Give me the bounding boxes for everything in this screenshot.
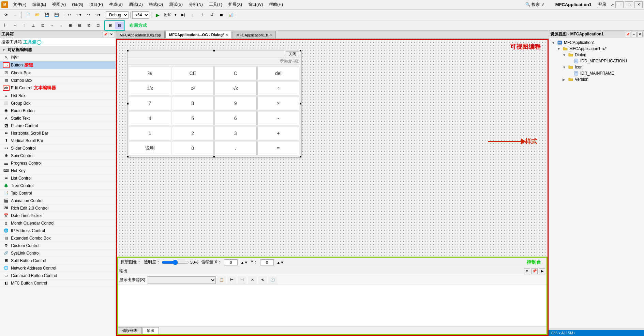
calc-btn-0[interactable]: 0 [172,141,214,155]
handle-br[interactable] [300,156,301,157]
toolbox-pin-button[interactable]: 📌 [103,32,108,37]
attach-button[interactable]: 附加... ▾ [163,11,178,19]
save-button[interactable]: 💾 [43,11,51,19]
toolbox-item-vscrollbar[interactable]: ⬍ Vertical Scroll Bar [0,137,116,144]
calc-btn-del[interactable]: del [257,66,300,80]
calc-btn-8[interactable]: 8 [172,96,214,110]
maximize-button[interactable]: □ [625,1,633,8]
step-into-button[interactable]: ↓ [188,11,197,19]
login-label[interactable]: 登录 [598,2,606,7]
source-copy-button[interactable]: 📋 [217,276,226,284]
toolbox-item-progress[interactable]: ▬ Progress Control [0,159,116,167]
open-button[interactable]: 📂 [33,11,42,19]
arch-select[interactable]: x64 [132,11,149,19]
minimize-button[interactable]: ─ [615,1,624,8]
offset-y-input[interactable] [260,259,274,265]
dialog-editor[interactable]: 可视图编程 关闭 示例编辑框 [117,40,548,257]
close-button[interactable]: ✕ [634,1,643,8]
menu-debug[interactable]: 调试(D) [126,1,146,8]
menu-format[interactable]: 格式(O) [146,1,166,8]
tab-header-close[interactable]: ✕ [269,33,272,37]
calc-btn-1x[interactable]: 1/x [129,81,171,95]
offset-x-input[interactable] [224,259,238,265]
toolbox-item-combobox[interactable]: ▤ Combo Box [0,77,116,84]
calc-btn-ce[interactable]: CE [172,66,214,80]
toolbox-item-radiobutton[interactable]: ◉ Radio Button [0,107,116,114]
calc-btn-plus[interactable]: + [257,126,300,140]
calc-btn-3[interactable]: 3 [214,126,257,140]
source-time-button[interactable]: 🕐 [268,276,277,284]
source-align-button[interactable]: ⊢ [227,276,236,284]
stop-button[interactable]: ⏹ [217,11,226,19]
toolbox-item-richedit[interactable]: 20 Rich Edit 2.0 Control [0,204,116,212]
toolbox-item-networkaddress[interactable]: 🌐 Network Address Control [0,264,116,272]
calc-btn-x2[interactable]: x² [172,81,214,95]
calc-btn-percent[interactable]: % [129,66,171,80]
output-dropdown-button[interactable]: ▾ [524,268,530,274]
align-left-button[interactable]: ⊢ [1,22,10,29]
toolbox-item-splitbutton[interactable]: ⊟ Split Button Control [0,257,116,264]
calc-btn-5[interactable]: 5 [172,111,214,125]
diag-tools-button[interactable]: 📊 [226,11,235,19]
toolbox-section-header[interactable]: ▼ 对话框编辑器 [0,46,116,54]
align-center-button[interactable]: ⊣ [11,22,19,29]
output-pin-button[interactable]: 📌 [531,268,538,274]
offset-x-spinner[interactable]: ▲▼ [240,260,248,264]
toolbox-item-commandbutton[interactable]: ▭ Command Button Control [0,272,116,279]
toolbox-item-datetimepicker[interactable]: 📅 Date Time Picker [0,212,116,219]
calc-btn-9[interactable]: 9 [214,96,257,110]
tree-item-dialog-folder[interactable]: ▼ Dialog [561,52,643,58]
tree-item-icon-folder[interactable]: ▼ Icon [561,64,643,70]
toolbox-item-customcontrol[interactable]: ⚙ Custom Control [0,242,116,249]
menu-extensions[interactable]: 扩展(X) [226,1,245,8]
undo2-button[interactable]: ↩▾ [74,11,83,19]
handle-bl[interactable] [127,156,129,157]
space-vert-button[interactable]: ↕ [57,22,65,29]
toolbox-item-listbox[interactable]: ≡ List Box [0,92,116,100]
redo-button[interactable]: ↪ [84,11,93,19]
handle-top[interactable] [213,50,215,51]
run-button[interactable]: ▶ [153,11,162,19]
new-button[interactable]: 📄 [24,11,32,19]
debug-mode-select[interactable]: Debug [106,11,129,19]
redo2-button[interactable]: ↪▾ [93,11,102,19]
toolbox-item-listcontrol[interactable]: ≣ List Control [0,174,116,182]
handle-tl[interactable] [127,50,129,51]
menu-view[interactable]: 视图(V) [49,1,69,8]
tree-item-root[interactable]: ▼ MFCApplication1 [550,40,643,46]
calc-btn-2[interactable]: 2 [172,126,214,140]
handle-bottom[interactable] [213,156,215,157]
size-same-width-button[interactable]: ⊞ [66,22,75,29]
transparency-slider[interactable] [162,260,189,265]
output-expand-button[interactable]: ▶ [539,268,545,274]
menu-build[interactable]: 生成(B) [106,1,125,8]
center-vert-button[interactable]: ⊡ [93,22,102,29]
source-select[interactable] [148,276,216,284]
toolbox-item-tabcontrol[interactable]: 📑 Tab Control [0,189,116,197]
toolbox-item-extcombobox[interactable]: ▤ Extended Combo Box [0,234,116,242]
toolbox-item-statictext[interactable]: A Static Text [0,114,116,122]
size-same-height-button[interactable]: ⊟ [75,22,84,29]
calc-btn-shuoming[interactable]: 说明 [129,141,171,155]
toolbox-item-pointer[interactable]: ↖ 指针 [0,54,116,61]
resource-close-button[interactable]: ✕ [637,32,643,37]
toolbox-item-syslink[interactable]: 🔗 SysLink Control [0,249,116,257]
toolbox-item-mfcbutton[interactable]: ◧ MFC Button Control [0,279,116,287]
bottom-tab-output[interactable]: 输出 [143,327,159,334]
toolbox-item-editcontrol[interactable]: ab Edit Control 文本编辑器 [0,84,116,92]
calc-btn-6[interactable]: 6 [214,111,257,125]
source-clear-button[interactable]: ✕ [248,276,257,284]
tab-header[interactable]: MFCApplication1.h ✕ [233,31,276,39]
toolbox-item-button[interactable]: ▭ Button 按钮 [0,61,116,69]
align-right-button[interactable]: ⊡ [38,22,47,29]
calc-btn-1[interactable]: 1 [129,126,171,140]
menu-window[interactable]: 窗口(W) [245,1,266,8]
calc-btn-4[interactable]: 4 [129,111,171,125]
grid-dots-button[interactable]: ⊡ [115,22,124,29]
align-top-button[interactable]: ⊤ [20,22,29,29]
toolbox-item-hotkey[interactable]: ⌨ Hot Key [0,167,116,174]
menu-analyze[interactable]: 分析(N) [186,1,206,8]
toolbox-item-spin[interactable]: ⊕ Spin Control [0,152,116,159]
resource-pin-button[interactable]: 📌 [625,32,630,37]
align-bottom-button[interactable]: ⊥ [29,22,38,29]
